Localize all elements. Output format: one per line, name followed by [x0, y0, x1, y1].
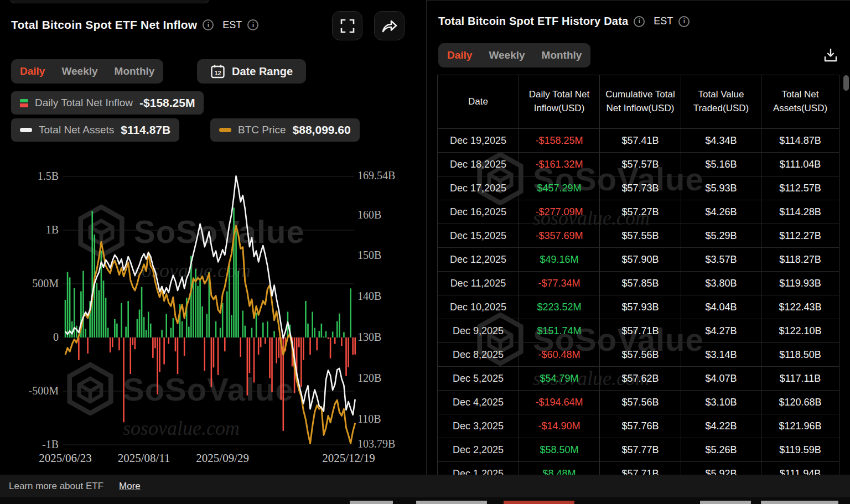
cell-cumulative-inflow: $57.71B	[600, 462, 681, 475]
cell-date: Dec 3,2025	[438, 414, 519, 438]
tab-weekly[interactable]: Weekly	[489, 49, 525, 61]
fullscreen-button[interactable]	[332, 11, 362, 40]
cell-date: Dec 16,2025	[438, 200, 519, 224]
tab-daily[interactable]: Daily	[20, 65, 45, 77]
calendar-icon: 12	[210, 64, 225, 79]
svg-text:1B: 1B	[46, 224, 59, 236]
right-panel-header: Total Bitcoin Spot ETF History Data i ES…	[438, 15, 690, 28]
tab-monthly[interactable]: Monthly	[115, 65, 155, 77]
more-link[interactable]: More	[119, 481, 141, 492]
cell-net-assets: $119.93B	[761, 272, 839, 295]
cell-net-assets: $119.59B	[761, 438, 839, 462]
cell-date: Dec 12,2025	[438, 248, 519, 272]
info-icon[interactable]: i	[678, 16, 690, 27]
cell-daily-inflow: -$357.69M	[519, 224, 600, 248]
cell-value-traded: $5.26B	[681, 438, 761, 462]
svg-text:2025/06/23: 2025/06/23	[39, 451, 92, 465]
legend-total-assets[interactable]: Total Net Assets $114.87B	[11, 118, 179, 142]
svg-text:130B: 130B	[357, 331, 381, 343]
cell-value-traded: $4.26B	[681, 200, 761, 224]
cell-date: Dec 9,2025	[438, 319, 519, 343]
svg-text:2025/09/29: 2025/09/29	[196, 451, 249, 465]
info-icon[interactable]: i	[203, 19, 214, 30]
svg-text:-1B: -1B	[42, 438, 59, 450]
left-panel-header: Total Bitcoin Spot ETF Net Inflow i EST …	[11, 18, 258, 32]
cell-value-traded: $3.14B	[681, 343, 761, 367]
assets-swatch-icon	[20, 128, 32, 132]
left-period-tabs: Daily Weekly Monthly	[11, 59, 163, 84]
svg-text:12: 12	[214, 70, 221, 76]
cell-daily-inflow: $58.50M	[519, 438, 600, 462]
history-table: SoSoValue sosovalue.com SoSoValue sosova…	[437, 75, 839, 475]
cell-daily-inflow: $8.48M	[519, 462, 600, 475]
date-range-label: Date Range	[232, 65, 293, 78]
legend-value: -$158.25M	[139, 96, 195, 110]
cell-daily-inflow: $49.16M	[519, 248, 600, 272]
learn-more-text: Learn more about ETF	[9, 481, 103, 492]
cell-date: Dec 15,2025	[438, 224, 519, 248]
inflow-chart-svg[interactable]: 1.5B1B500M0-500M-1B169.54B160B150B140B13…	[0, 166, 426, 475]
history-table-grid: DateDaily Total Net Inflow(USD)Cumulativ…	[438, 75, 839, 475]
tab-daily[interactable]: Daily	[447, 49, 472, 61]
cell-date: Dec 17,2025	[438, 176, 519, 200]
legend-value: $88,099.60	[293, 123, 351, 137]
download-icon	[823, 48, 838, 63]
tab-monthly[interactable]: Monthly	[542, 49, 582, 61]
cell-daily-inflow: -$194.64M	[519, 391, 600, 414]
svg-text:2025/12/19: 2025/12/19	[322, 451, 375, 465]
cell-daily-inflow: -$14.90M	[519, 414, 600, 438]
footer-bar: Learn more about ETF More	[0, 475, 850, 497]
page-title: Total Bitcoin Spot ETF Net Inflow	[11, 18, 197, 32]
cell-cumulative-inflow: $57.62B	[600, 367, 681, 391]
legend-daily-inflow[interactable]: Daily Total Net Inflow -$158.25M	[11, 91, 204, 115]
cell-cumulative-inflow: $57.27B	[600, 200, 681, 224]
cell-net-assets: $112.27B	[761, 224, 839, 248]
svg-text:140B: 140B	[357, 290, 381, 302]
table-scrollbar-thumb[interactable]	[843, 75, 849, 91]
ticker-fragment	[761, 501, 838, 504]
download-button[interactable]	[821, 46, 840, 65]
cell-net-assets: $111.04B	[761, 153, 839, 176]
timezone-label: EST	[222, 19, 242, 31]
column-header: Total Value Traded(USD)	[681, 75, 761, 129]
cell-value-traded: $4.34B	[681, 129, 761, 153]
etf-history-data-panel: Total Bitcoin Spot ETF History Data i ES…	[427, 0, 850, 475]
svg-text:0: 0	[53, 331, 59, 343]
ticker-fragment	[416, 501, 487, 504]
cell-daily-inflow: -$77.34M	[519, 272, 600, 295]
date-range-button[interactable]: 12 Date Range	[197, 59, 306, 84]
cell-net-assets: $114.87B	[761, 129, 839, 153]
share-button[interactable]	[374, 11, 405, 40]
cell-cumulative-inflow: $57.57B	[600, 153, 681, 176]
cell-cumulative-inflow: $57.77B	[600, 438, 681, 462]
cell-daily-inflow: $54.79M	[519, 367, 600, 391]
tab-weekly[interactable]: Weekly	[61, 65, 97, 77]
cell-net-assets: $122.43B	[761, 295, 839, 319]
cell-cumulative-inflow: $57.85B	[600, 272, 681, 295]
cell-daily-inflow: -$60.48M	[519, 343, 600, 367]
cell-net-assets: $118.27B	[761, 248, 839, 272]
cell-daily-inflow: $223.52M	[519, 295, 600, 319]
cell-date: Dec 4,2025	[438, 391, 519, 414]
svg-text:1.5B: 1.5B	[38, 170, 59, 182]
cell-date: Dec 18,2025	[438, 153, 519, 176]
cell-cumulative-inflow: $57.56B	[600, 391, 681, 414]
info-icon[interactable]: i	[634, 16, 645, 27]
cell-value-traded: $5.92B	[681, 462, 761, 475]
info-icon[interactable]: i	[247, 19, 258, 30]
table-title: Total Bitcoin Spot ETF History Data	[438, 15, 628, 28]
timezone-label: EST	[654, 15, 673, 27]
svg-text:120B: 120B	[357, 372, 381, 384]
cell-value-traded: $3.10B	[681, 391, 761, 414]
svg-text:-500M: -500M	[29, 385, 59, 397]
cell-cumulative-inflow: $57.90B	[600, 248, 681, 272]
legend-label: Total Net Assets	[39, 124, 114, 136]
cell-cumulative-inflow: $57.56B	[600, 343, 681, 367]
ticker-strip	[0, 497, 850, 504]
cell-date: Dec 8,2025	[438, 343, 519, 367]
legend-btc-price[interactable]: BTC Price $88,099.60	[210, 118, 360, 142]
cell-value-traded: $4.27B	[681, 319, 761, 343]
cell-value-traded: $5.16B	[681, 153, 761, 176]
svg-text:150B: 150B	[357, 249, 381, 261]
cell-cumulative-inflow: $57.93B	[600, 295, 681, 319]
